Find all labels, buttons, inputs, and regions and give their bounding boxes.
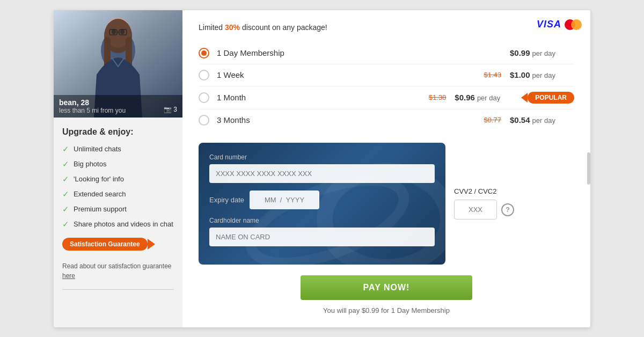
option-1day-price-block: $0.99 per day <box>510 48 574 57</box>
cardholder-input[interactable] <box>209 228 435 246</box>
scrollbar-hint <box>587 152 590 185</box>
photo-count: 📷 3 <box>164 106 177 113</box>
feature-label: Premium support <box>74 205 127 213</box>
feature-label: 'Looking for' info <box>74 175 124 183</box>
card-form: Card number Expiry date Cardholder name <box>199 143 445 265</box>
profile-name: bean, 28 <box>59 98 177 107</box>
payment-summary: You will pay $0.99 for 1 Day Membership <box>199 306 574 314</box>
expiry-input[interactable] <box>250 191 319 209</box>
guarantee-link[interactable]: here <box>62 272 75 280</box>
payment-logos: VISA <box>537 19 582 31</box>
check-icon: ✓ <box>62 219 69 229</box>
card-number-label: Card number <box>209 153 435 161</box>
pay-button-wrapper: PAY NOW! <box>199 275 574 300</box>
profile-distance: less than 5 mi from you <box>59 107 177 114</box>
popular-badge: POPULAR <box>528 92 574 104</box>
check-icon: ✓ <box>62 174 69 184</box>
card-form-wrapper: Card number Expiry date Cardholder name … <box>199 143 574 265</box>
feature-big-photos: ✓ Big photos <box>62 159 174 169</box>
radio-1month[interactable] <box>199 92 209 103</box>
option-3months-original-price: $0.77 <box>484 116 501 124</box>
feature-list: ✓ Unlimited chats ✓ Big photos ✓ 'Lookin… <box>62 144 174 229</box>
feature-label: Share photos and videos in chat <box>74 220 173 228</box>
mastercard-logo <box>565 19 582 31</box>
cvv-label: CVV2 / CVC2 <box>454 187 514 195</box>
profile-info-bar: bean, 28 less than 5 mi from you 📷 3 <box>54 95 182 118</box>
check-icon: ✓ <box>62 189 69 199</box>
cardholder-label: Cardholder name <box>209 217 435 224</box>
option-1month-label: 1 Month <box>217 93 429 102</box>
membership-option-3months[interactable]: 3 Months $0.77 $0.54 per day <box>199 109 574 131</box>
check-icon: ✓ <box>62 144 69 154</box>
guarantee-text: Read about our satisfaction guarantee he… <box>62 261 174 281</box>
option-1week-price: $1.00 <box>510 70 530 79</box>
cvv-input[interactable] <box>454 200 497 219</box>
pay-now-button[interactable]: PAY NOW! <box>301 275 472 300</box>
cvv-area: CVV2 / CVC2 ? <box>445 143 523 265</box>
option-1month-original-price: $1.38 <box>429 93 447 101</box>
radio-1week[interactable] <box>199 70 209 80</box>
card-number-input[interactable] <box>209 164 435 183</box>
main-container: bean, 28 less than 5 mi from you 📷 3 Upg… <box>54 10 590 327</box>
expiry-label: Expiry date <box>209 196 244 204</box>
option-1day-label: 1 Day Membership <box>217 48 510 57</box>
feature-label: Big photos <box>74 160 106 168</box>
membership-option-1week[interactable]: 1 Week $1.43 $1.00 per day <box>199 64 574 86</box>
option-1day-perday: per day <box>532 49 555 57</box>
option-1week-price-block: $1.00 per day <box>510 70 574 79</box>
feature-unlimited-chats: ✓ Unlimited chats <box>62 144 174 154</box>
right-panel: VISA Limited 30% discount on any package… <box>182 10 590 327</box>
feature-label: Unlimited chats <box>74 145 121 153</box>
option-1week-label: 1 Week <box>217 70 484 79</box>
option-1month-price-block: $0.96 per day <box>455 93 519 102</box>
option-3months-price: $0.54 <box>510 115 530 124</box>
option-3months-label: 3 Months <box>217 115 484 124</box>
radio-1day[interactable] <box>199 48 209 58</box>
feature-label: Extended search <box>74 190 126 198</box>
left-panel: bean, 28 less than 5 mi from you 📷 3 Upg… <box>54 10 182 327</box>
camera-icon: 📷 <box>164 106 172 113</box>
option-1week-perday: per day <box>532 71 555 79</box>
option-1day-price: $0.99 <box>510 48 530 57</box>
expiry-row: Expiry date <box>209 191 435 209</box>
discount-percentage: 30% <box>225 23 240 32</box>
visa-logo: VISA <box>537 19 561 30</box>
upgrade-section: Upgrade & enjoy: ✓ Unlimited chats ✓ Big… <box>54 118 182 295</box>
satisfaction-guarantee-badge: Satisfaction Guarantee <box>62 238 148 251</box>
option-1week-original-price: $1.43 <box>484 71 501 79</box>
membership-option-1month[interactable]: 1 Month $1.38 $0.96 per day POPULAR <box>199 86 574 109</box>
option-1month-perday: per day <box>477 94 500 102</box>
discount-banner: Limited 30% discount on any package! <box>199 23 574 32</box>
radio-1day-inner <box>201 50 207 56</box>
membership-options: 1 Day Membership $0.99 per day 1 Week $1… <box>199 42 574 131</box>
radio-3months[interactable] <box>199 115 209 126</box>
feature-looking-for: ✓ 'Looking for' info <box>62 174 174 184</box>
option-3months-perday: per day <box>532 116 555 124</box>
mc-right-circle <box>571 19 582 30</box>
option-1month-price: $0.96 <box>455 93 475 102</box>
option-3months-price-block: $0.54 per day <box>510 115 574 124</box>
feature-extended-search: ✓ Extended search <box>62 189 174 199</box>
membership-option-1day[interactable]: 1 Day Membership $0.99 per day <box>199 42 574 64</box>
check-icon: ✓ <box>62 204 69 214</box>
cvv-help-button[interactable]: ? <box>501 203 514 216</box>
cvv-row: ? <box>454 200 514 219</box>
check-icon: ✓ <box>62 159 69 169</box>
divider <box>62 289 174 290</box>
feature-share-photos: ✓ Share photos and videos in chat <box>62 219 174 229</box>
profile-photo: bean, 28 less than 5 mi from you 📷 3 <box>54 10 182 118</box>
feature-premium-support: ✓ Premium support <box>62 204 174 214</box>
upgrade-title: Upgrade & enjoy: <box>62 127 174 137</box>
